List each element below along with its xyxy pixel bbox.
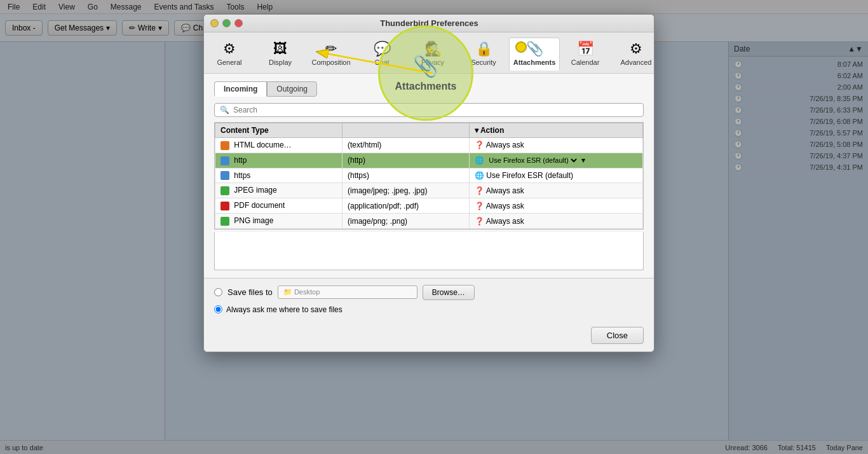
row-action: Always ask xyxy=(486,202,524,210)
subtab-outgoing[interactable]: Outgoing xyxy=(267,81,317,97)
ask-icon3: ❓ xyxy=(475,217,484,226)
row-mime: (http) xyxy=(348,156,365,165)
col-action[interactable]: ▾ Action xyxy=(470,123,643,138)
content-type-table-container: Content Type ▾ Action HTML docume… xyxy=(214,122,644,230)
preferences-dialog: Thunderbird Preferences ⚙ General 🖼 Disp… xyxy=(203,14,654,352)
tab-security[interactable]: 🔒 Security xyxy=(458,38,509,70)
table-row[interactable]: HTML docume… (text/html) ❓ Always ask xyxy=(215,138,643,153)
https-icon xyxy=(220,171,229,180)
attachments-tab-icon: 📎 xyxy=(526,42,543,56)
general-icon: ⚙ xyxy=(223,42,236,56)
dialog-title: Thunderbird Preferences xyxy=(243,18,616,28)
prefs-footer: Save files to 📁 Desktop Browse… Always a… xyxy=(204,278,654,320)
html-doc-icon xyxy=(220,141,229,150)
table-row[interactable]: PDF document (application/pdf; .pdf) ❓ A… xyxy=(215,198,643,214)
always-ask-label: Always ask me where to save files xyxy=(226,305,342,314)
yellow-dot-indicator xyxy=(515,41,527,53)
titlebar-close-button[interactable] xyxy=(234,19,243,27)
select-arrow-icon: ▾ xyxy=(581,156,585,165)
advanced-icon: ⚙ xyxy=(630,42,642,56)
row-type: http xyxy=(234,156,247,165)
save-files-label: Save files to xyxy=(227,287,273,297)
composition-icon: ✏ xyxy=(325,42,337,56)
action-icon: ❓ xyxy=(475,141,484,149)
row-action: Always ask xyxy=(486,141,524,149)
row-mime: (image/png; .png) xyxy=(348,217,407,226)
row-action: Always ask xyxy=(486,217,524,226)
composition-tab-label: Composition xyxy=(311,58,350,66)
row-type: JPEG image xyxy=(234,186,276,195)
tab-chat[interactable]: 💬 Chat xyxy=(356,38,407,70)
row-type: PDF document xyxy=(234,201,285,210)
action-dropdown-icon: ▾ xyxy=(475,126,478,135)
col-content-type[interactable]: Content Type xyxy=(215,123,342,138)
pdf-icon xyxy=(220,202,229,210)
save-to-radio[interactable] xyxy=(214,288,222,296)
row-mime: (image/jpeg; .jpeg, .jpg) xyxy=(348,186,427,195)
subtab-incoming[interactable]: Incoming xyxy=(214,81,267,97)
tab-privacy[interactable]: 🕵 Privacy xyxy=(407,38,458,70)
prefs-toolbar: ⚙ General 🖼 Display ✏ Composition 💬 Chat… xyxy=(204,32,654,74)
table-row[interactable]: https (https) 🌐 Use Firefox ESR (default… xyxy=(215,168,643,183)
calendar-icon: 📅 xyxy=(577,42,594,56)
dialog-titlebar: Thunderbird Preferences xyxy=(204,15,654,32)
close-button-row: Close xyxy=(204,320,654,352)
titlebar-buttons xyxy=(210,19,243,27)
security-icon: 🔒 xyxy=(475,42,492,56)
row-type: HTML docume… xyxy=(234,141,291,149)
calendar-tab-label: Calendar xyxy=(571,58,600,66)
general-tab-label: General xyxy=(217,58,241,66)
ask-icon2: ❓ xyxy=(475,202,484,210)
empty-table-area xyxy=(214,232,644,270)
row-type: PNG image xyxy=(234,216,273,225)
always-ask-radio[interactable] xyxy=(214,305,222,313)
ask-icon: ❓ xyxy=(475,186,484,195)
search-box: 🔍 xyxy=(214,103,644,117)
tab-calendar[interactable]: 📅 Calendar xyxy=(560,38,611,70)
table-row[interactable]: JPEG image (image/jpeg; .jpeg, .jpg) ❓ A… xyxy=(215,183,643,198)
action-select[interactable]: Use Firefox ESR (default) Always ask xyxy=(486,156,579,165)
col-mime xyxy=(342,123,470,138)
row-mime: (text/html) xyxy=(348,141,381,149)
chat-tab-icon: 💬 xyxy=(374,42,391,56)
search-icon: 🔍 xyxy=(220,106,229,114)
tab-general[interactable]: ⚙ General xyxy=(204,38,255,70)
browser-icon2: 🌐 xyxy=(475,171,484,180)
row-action: Use Firefox ESR (default) xyxy=(486,171,573,180)
http-icon xyxy=(220,156,229,165)
sub-tabs: Incoming Outgoing xyxy=(214,81,644,97)
prefs-toolbar-container: ⚙ General 🖼 Display ✏ Composition 💬 Chat… xyxy=(204,32,654,74)
table-row[interactable]: http (http) 🌐 Use Firefox ESR (default) … xyxy=(215,153,643,168)
minimize-button[interactable] xyxy=(210,19,219,27)
table-row[interactable]: PNG image (image/png; .png) ❓ Always ask xyxy=(215,214,643,229)
png-icon xyxy=(220,217,229,226)
row-mime: (application/pdf; .pdf) xyxy=(348,202,419,210)
display-tab-label: Display xyxy=(269,58,292,66)
privacy-tab-label: Privacy xyxy=(421,58,444,66)
tab-composition[interactable]: ✏ Composition xyxy=(306,38,356,70)
always-ask-row: Always ask me where to save files xyxy=(214,305,644,314)
prefs-content: Incoming Outgoing 🔍 Content Type ▾ Actio… xyxy=(204,74,654,278)
chat-tab-label: Chat xyxy=(374,58,389,66)
advanced-tab-label: Advanced xyxy=(621,58,652,66)
maximize-button[interactable] xyxy=(222,19,231,27)
desktop-folder-input: 📁 Desktop xyxy=(278,285,417,299)
folder-icon: 📁 xyxy=(283,288,292,296)
privacy-icon: 🕵 xyxy=(424,42,442,56)
close-button[interactable]: Close xyxy=(591,327,644,344)
row-mime: (https) xyxy=(348,171,369,180)
security-tab-label: Security xyxy=(471,58,496,66)
tab-display[interactable]: 🖼 Display xyxy=(255,38,306,70)
content-type-table: Content Type ▾ Action HTML docume… xyxy=(215,123,643,229)
row-action: Always ask xyxy=(486,186,524,195)
attachments-tab-label: Attachments xyxy=(513,58,556,66)
row-type: https xyxy=(234,171,250,180)
browse-button[interactable]: Browse… xyxy=(423,285,475,300)
save-files-row: Save files to 📁 Desktop Browse… xyxy=(214,285,644,300)
browser-icon: 🌐 xyxy=(475,156,484,165)
jpeg-icon xyxy=(220,186,229,195)
search-input[interactable] xyxy=(233,106,638,114)
display-icon: 🖼 xyxy=(273,42,287,56)
tab-advanced[interactable]: ⚙ Advanced xyxy=(611,38,661,70)
